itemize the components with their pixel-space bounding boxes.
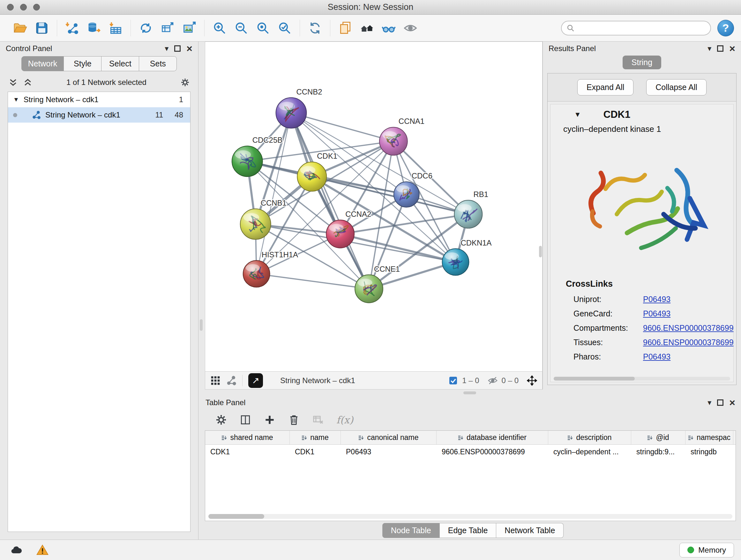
zoom-window-button[interactable] bbox=[33, 4, 40, 10]
network-node-CDC6[interactable] bbox=[394, 182, 419, 207]
tab-network[interactable]: Network bbox=[21, 56, 64, 71]
table-cell[interactable]: CDK1 bbox=[205, 445, 290, 459]
add-column-plus-icon[interactable] bbox=[264, 414, 276, 426]
expand-all-icon[interactable] bbox=[23, 78, 32, 87]
tab-edge-table[interactable]: Edge Table bbox=[440, 523, 496, 538]
column-header[interactable]: name bbox=[290, 431, 341, 444]
tab-network-table[interactable]: Network Table bbox=[496, 523, 563, 538]
column-sort-icon[interactable] bbox=[221, 435, 227, 441]
network-node-HIST1H1A[interactable] bbox=[243, 260, 270, 287]
float-panel-icon[interactable] bbox=[174, 45, 181, 52]
zoom-in-button[interactable] bbox=[210, 19, 229, 37]
open-session-button[interactable] bbox=[11, 19, 29, 37]
table-cell[interactable]: P06493 bbox=[341, 445, 436, 459]
function-builder-icon[interactable]: f(x) bbox=[336, 414, 353, 426]
table-cell[interactable]: 9606.ENSP00000378699 bbox=[436, 445, 548, 459]
column-sort-icon[interactable] bbox=[688, 435, 694, 441]
tab-node-table[interactable]: Node Table bbox=[382, 523, 440, 538]
zoom-selected-button[interactable] bbox=[275, 19, 294, 37]
left-splitter-handle[interactable] bbox=[200, 319, 203, 331]
grid-view-icon[interactable] bbox=[210, 375, 220, 386]
column-header[interactable]: canonical name bbox=[341, 431, 436, 444]
right-splitter-handle[interactable] bbox=[539, 246, 542, 257]
zoom-fit-button[interactable] bbox=[254, 19, 272, 37]
table-row[interactable]: CDK1CDK1P064939606.ENSP00000378699cyclin… bbox=[205, 445, 736, 459]
network-canvas[interactable]: CCNB2CCNA1CDC25BCDK1CDC6RB1CCNB1CCNA2CDK… bbox=[205, 42, 542, 372]
close-window-button[interactable] bbox=[7, 4, 14, 10]
delete-column-trash-icon[interactable] bbox=[288, 414, 300, 426]
network-edge[interactable] bbox=[257, 274, 369, 289]
network-and-table-button[interactable] bbox=[158, 19, 177, 37]
tab-sets[interactable]: Sets bbox=[139, 56, 177, 71]
column-sort-icon[interactable] bbox=[458, 435, 464, 441]
collapse-all-button[interactable]: Collapse All bbox=[646, 79, 706, 96]
results-scrollbar[interactable] bbox=[554, 377, 730, 381]
collapse-all-icon[interactable] bbox=[8, 78, 18, 87]
network-options-gear-icon[interactable] bbox=[180, 78, 190, 87]
tab-select[interactable]: Select bbox=[102, 56, 139, 71]
column-header[interactable]: shared name bbox=[205, 431, 290, 444]
zoom-out-button[interactable] bbox=[232, 19, 251, 37]
column-sort-icon[interactable] bbox=[647, 435, 653, 441]
tab-string[interactable]: String bbox=[623, 56, 661, 69]
save-session-button[interactable] bbox=[32, 19, 51, 37]
network-node-RB1[interactable] bbox=[455, 200, 482, 228]
show-all-panels-button[interactable] bbox=[358, 19, 376, 37]
float-panel-icon[interactable] bbox=[717, 45, 724, 52]
table-cell[interactable]: stringdb bbox=[685, 445, 733, 459]
close-panel-icon[interactable]: × bbox=[729, 44, 735, 54]
show-graphics-details-button[interactable] bbox=[401, 19, 420, 37]
export-image-button[interactable] bbox=[180, 19, 199, 37]
network-node-CCNB2[interactable] bbox=[276, 98, 307, 128]
network-node-CDK1[interactable] bbox=[297, 162, 327, 191]
hidden-eye-icon[interactable] bbox=[488, 375, 498, 386]
network-view-icon[interactable] bbox=[226, 375, 237, 386]
table-cell[interactable]: cyclin–dependent ... bbox=[548, 445, 631, 459]
warning-status-button[interactable] bbox=[33, 543, 52, 557]
minimize-window-button[interactable] bbox=[20, 4, 27, 10]
column-header[interactable]: database identifier bbox=[436, 431, 548, 444]
network-node-CCNA2[interactable] bbox=[326, 220, 354, 248]
tree-expander-icon[interactable]: ▼ bbox=[13, 96, 19, 103]
table-options-gear-icon[interactable] bbox=[215, 414, 227, 426]
import-network-database-button[interactable] bbox=[84, 19, 103, 37]
crosslink-link[interactable]: 9606.ENSP00000378699 bbox=[643, 323, 734, 333]
network-node-CCNB1[interactable] bbox=[240, 209, 271, 240]
crosslink-link[interactable]: P06493 bbox=[643, 295, 670, 304]
network-node-CDC25B[interactable] bbox=[232, 146, 263, 177]
network-collection-row[interactable]: ▼ String Network – cdk1 1 bbox=[8, 92, 190, 107]
import-table-button[interactable] bbox=[106, 19, 125, 37]
network-edge[interactable] bbox=[291, 113, 369, 289]
refresh-layout-button[interactable] bbox=[306, 19, 324, 37]
collapse-panel-icon[interactable]: ▾ bbox=[708, 45, 711, 52]
network-node-CCNE1[interactable] bbox=[355, 275, 383, 303]
close-panel-icon[interactable]: × bbox=[186, 44, 192, 54]
column-header[interactable]: description bbox=[548, 431, 631, 444]
insert-column-icon[interactable] bbox=[239, 414, 252, 426]
crosslink-link[interactable]: 9606.ENSP00000378699 bbox=[643, 338, 734, 347]
protein-expander-icon[interactable]: ▼ bbox=[574, 111, 581, 119]
table-hscrollbar[interactable] bbox=[208, 514, 732, 519]
memory-button[interactable]: Memory bbox=[679, 543, 734, 557]
crosslink-link[interactable]: P06493 bbox=[643, 352, 670, 361]
search-input[interactable] bbox=[578, 23, 705, 33]
close-panel-icon[interactable]: × bbox=[729, 397, 735, 408]
help-button[interactable]: ? bbox=[718, 20, 734, 37]
hide-panels-button[interactable] bbox=[380, 19, 398, 37]
selected-checkbox-icon[interactable] bbox=[448, 375, 458, 386]
cloud-status-button[interactable] bbox=[7, 543, 25, 557]
pan-crosshair-icon[interactable] bbox=[527, 375, 537, 386]
column-sort-icon[interactable] bbox=[301, 435, 307, 441]
column-header[interactable]: namespac bbox=[685, 431, 733, 444]
import-network-file-button[interactable] bbox=[63, 19, 81, 37]
open-in-window-button[interactable]: ↗ bbox=[248, 373, 263, 388]
collapse-panel-icon[interactable]: ▾ bbox=[708, 399, 711, 407]
horizontal-splitter[interactable] bbox=[199, 389, 741, 396]
crosslink-link[interactable]: P06493 bbox=[643, 309, 670, 318]
column-sort-icon[interactable] bbox=[567, 435, 573, 441]
network-node-CCNA1[interactable] bbox=[380, 127, 408, 155]
column-sort-icon[interactable] bbox=[358, 435, 364, 441]
tab-style[interactable]: Style bbox=[64, 56, 102, 71]
network-node-CDKN1A[interactable] bbox=[442, 249, 469, 275]
network-graph[interactable]: CCNB2CCNA1CDC25BCDK1CDC6RB1CCNB1CCNA2CDK… bbox=[205, 42, 542, 371]
